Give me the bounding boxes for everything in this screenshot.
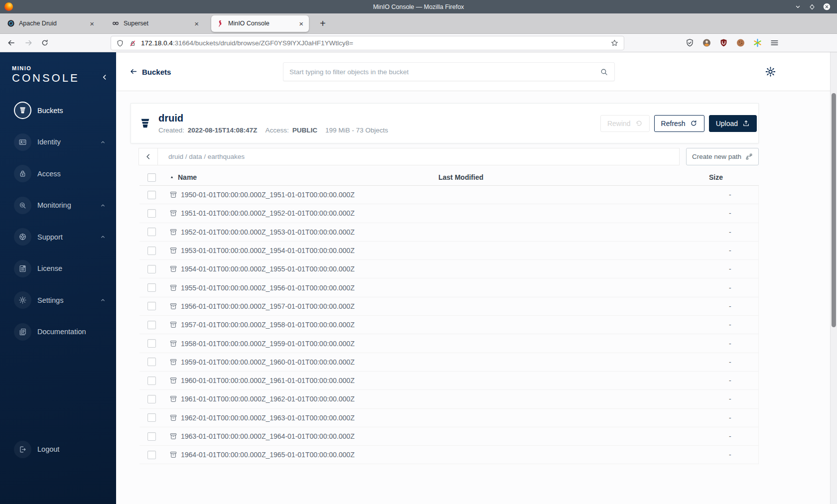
- chevron-up-icon[interactable]: [100, 297, 106, 303]
- table-header-row: Name Last Modified Size: [140, 169, 759, 186]
- sidebar-item-settings[interactable]: Settings: [0, 284, 116, 316]
- sidebar-item-monitoring[interactable]: Monitoring: [0, 190, 116, 222]
- table-row[interactable]: 1956-01-01T00:00:00.000Z_1957-01-01T00:0…: [140, 297, 758, 316]
- table-row[interactable]: 1952-01-01T00:00:00.000Z_1953-01-01T00:0…: [140, 223, 758, 242]
- row-checkbox[interactable]: [147, 432, 156, 441]
- table-row[interactable]: 1953-01-01T00:00:00.000Z_1954-01-01T00:0…: [140, 242, 758, 260]
- bookmark-star-icon[interactable]: [610, 39, 619, 47]
- tab-superset[interactable]: Superset×: [107, 15, 204, 32]
- row-checkbox[interactable]: [147, 358, 156, 366]
- path-back-icon[interactable]: [139, 148, 158, 165]
- row-checkbox[interactable]: [147, 283, 156, 292]
- sidebar-item-label: Documentation: [37, 328, 86, 336]
- search-input[interactable]: [289, 68, 600, 76]
- column-header-size[interactable]: Size: [699, 173, 759, 181]
- back-button-icon[interactable]: [7, 39, 15, 47]
- cookie-extension-icon[interactable]: [736, 38, 745, 48]
- url-text[interactable]: 172.18.0.4:31664/buckets/druid/browse/ZG…: [141, 39, 353, 47]
- url-bar[interactable]: 172.18.0.4:31664/buckets/druid/browse/ZG…: [111, 36, 624, 50]
- row-checkbox[interactable]: [147, 209, 156, 218]
- chevron-up-icon[interactable]: [100, 139, 106, 145]
- object-name: 1961-01-01T00:00:00.000Z_1962-01-01T00:0…: [181, 395, 355, 403]
- row-checkbox[interactable]: [147, 395, 156, 403]
- object-folder-icon: [169, 191, 177, 199]
- gear-settings-icon[interactable]: [765, 66, 776, 77]
- rewind-button[interactable]: Rewind: [600, 115, 650, 132]
- page-scrollbar-thumb[interactable]: [832, 93, 836, 327]
- table-row[interactable]: 1955-01-01T00:00:00.000Z_1956-01-01T00:0…: [140, 278, 758, 297]
- forward-button-icon[interactable]: [24, 39, 33, 47]
- search-icon[interactable]: [600, 68, 608, 76]
- chevron-up-icon[interactable]: [100, 202, 106, 209]
- account-avatar-icon[interactable]: [702, 38, 711, 48]
- window-minimize-icon[interactable]: [794, 3, 802, 10]
- column-header-last-modified[interactable]: Last Modified: [430, 173, 699, 181]
- object-filter-search: [283, 62, 615, 81]
- object-name: 1956-01-01T00:00:00.000Z_1957-01-01T00:0…: [181, 302, 355, 310]
- tab-apache-druid[interactable]: Apache Druid×: [2, 15, 100, 32]
- object-size: -: [698, 340, 758, 348]
- object-size: -: [698, 358, 758, 366]
- table-row[interactable]: 1961-01-01T00:00:00.000Z_1962-01-01T00:0…: [140, 390, 758, 408]
- insecure-lock-icon[interactable]: [129, 39, 137, 47]
- sidebar-item-label: License: [37, 264, 62, 272]
- refresh-button[interactable]: Refresh: [654, 115, 704, 132]
- sidebar-item-support[interactable]: Support: [0, 221, 116, 253]
- window-close-icon[interactable]: [823, 2, 831, 11]
- row-checkbox[interactable]: [147, 377, 156, 385]
- sidebar-item-identity[interactable]: Identity: [0, 126, 116, 158]
- row-checkbox[interactable]: [147, 451, 156, 459]
- window-maximize-icon[interactable]: [809, 3, 816, 10]
- bucket-meta: Created: 2022-08-15T14:08:47Z Access: PU…: [158, 126, 388, 134]
- select-all-checkbox[interactable]: [147, 173, 156, 182]
- containers-extension-icon[interactable]: [753, 38, 762, 48]
- row-checkbox[interactable]: [147, 339, 156, 348]
- row-checkbox[interactable]: [147, 228, 156, 236]
- chevron-up-icon[interactable]: [100, 234, 106, 240]
- table-row[interactable]: 1959-01-01T00:00:00.000Z_1960-01-01T00:0…: [140, 353, 758, 372]
- shield-check-extension-icon[interactable]: [685, 38, 695, 48]
- reload-button-icon[interactable]: [41, 39, 49, 47]
- tracking-shield-icon[interactable]: [116, 39, 124, 47]
- table-row[interactable]: 1954-01-01T00:00:00.000Z_1955-01-01T00:0…: [140, 260, 758, 278]
- row-checkbox[interactable]: [147, 321, 156, 329]
- sidebar-item-logout[interactable]: Logout: [0, 434, 116, 466]
- sidebar-item-buckets[interactable]: Buckets: [0, 95, 116, 126]
- sidebar-item-license[interactable]: License: [0, 253, 116, 285]
- table-row[interactable]: 1950-01-01T00:00:00.000Z_1951-01-01T00:0…: [140, 186, 758, 204]
- new-tab-button[interactable]: +: [316, 18, 330, 29]
- row-checkbox[interactable]: [147, 302, 156, 310]
- row-checkbox[interactable]: [147, 413, 156, 422]
- row-checkbox[interactable]: [147, 265, 156, 273]
- bucket-stats: 199 MiB - 73 Objects: [325, 126, 388, 134]
- sidebar-item-documentation[interactable]: Documentation: [0, 316, 116, 348]
- row-checkbox[interactable]: [147, 247, 156, 255]
- table-row[interactable]: 1963-01-01T00:00:00.000Z_1964-01-01T00:0…: [140, 427, 758, 446]
- back-arrow-icon: [130, 68, 138, 76]
- sidebar-item-access[interactable]: Access: [0, 158, 116, 190]
- column-header-name[interactable]: Name: [163, 173, 430, 181]
- menu-hamburger-icon[interactable]: [770, 38, 779, 48]
- object-folder-icon: [169, 284, 177, 292]
- tab-close-icon[interactable]: ×: [87, 20, 97, 27]
- table-row[interactable]: 1962-01-01T00:00:00.000Z_1963-01-01T00:0…: [140, 409, 758, 427]
- tab-close-icon[interactable]: ×: [192, 20, 201, 27]
- buckets-back-link[interactable]: Buckets: [130, 67, 171, 76]
- tab-minio-console[interactable]: MinIO Console×: [211, 15, 309, 32]
- create-new-path-button[interactable]: Create new path: [686, 148, 759, 165]
- upload-button[interactable]: Upload: [709, 115, 757, 132]
- tab-close-icon[interactable]: ×: [296, 20, 306, 27]
- object-name: 1963-01-01T00:00:00.000Z_1964-01-01T00:0…: [181, 432, 355, 440]
- sidebar-collapse-icon[interactable]: [101, 73, 109, 81]
- sidebar-item-label: Settings: [37, 296, 63, 304]
- table-row[interactable]: 1951-01-01T00:00:00.000Z_1952-01-01T00:0…: [140, 204, 758, 223]
- table-row[interactable]: 1964-01-01T00:00:00.000Z_1965-01-01T00:0…: [140, 446, 758, 464]
- ublock-origin-icon[interactable]: [719, 38, 728, 48]
- table-row[interactable]: 1957-01-01T00:00:00.000Z_1958-01-01T00:0…: [140, 316, 758, 334]
- upload-label: Upload: [716, 120, 738, 127]
- breadcrumb[interactable]: druid / data / earthquakes: [168, 153, 245, 160]
- table-row[interactable]: 1960-01-01T00:00:00.000Z_1961-01-01T00:0…: [140, 372, 758, 390]
- object-size: -: [698, 284, 758, 292]
- row-checkbox[interactable]: [147, 191, 156, 199]
- table-row[interactable]: 1958-01-01T00:00:00.000Z_1959-01-01T00:0…: [140, 334, 758, 353]
